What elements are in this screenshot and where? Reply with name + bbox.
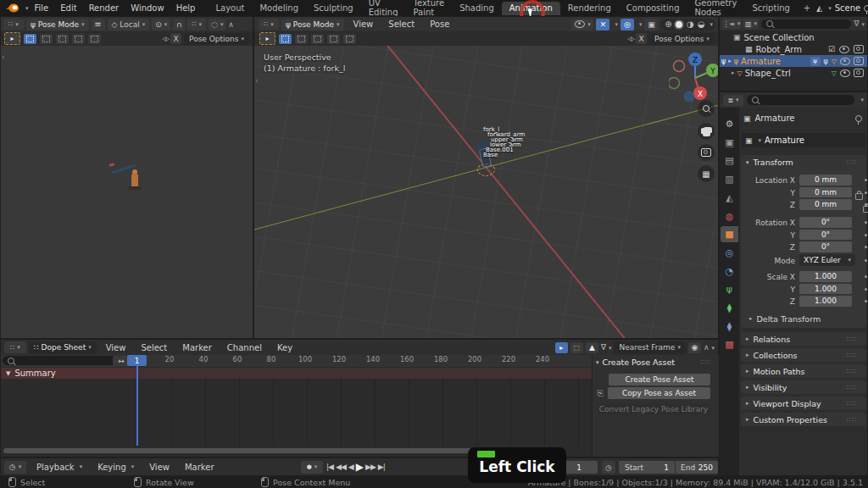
viewport-menu-view[interactable]: View — [347, 19, 381, 29]
transform-value-field[interactable]: 0 mm — [799, 187, 852, 198]
workspace-tab-layout[interactable]: Layout — [208, 2, 252, 15]
summary-channel-row[interactable]: ▼ Summary — [1, 368, 137, 379]
armature-object[interactable]: fork_lforward_armupper_armlower_armBase.… — [466, 123, 542, 186]
dopesheet-menu-channel[interactable]: Channel — [220, 343, 269, 352]
animate-dot-icon[interactable] — [865, 179, 867, 181]
breadcrumb-label[interactable]: Armature — [755, 114, 795, 123]
frame-start-field[interactable]: Start1 — [619, 461, 675, 474]
object-visibility-icon[interactable]: ▾ — [571, 19, 593, 30]
dopesheet-menu-select[interactable]: Select — [134, 343, 174, 352]
transport-prev-keyframe-button[interactable]: ◀◀ — [336, 463, 346, 471]
pose-options-dropdown[interactable]: Pose Options▾ — [184, 33, 249, 45]
dopesheet-menu-key[interactable]: Key — [270, 343, 299, 352]
panel-visibility[interactable]: ▸Visibility∷∷ — [741, 380, 866, 394]
properties-tab-bone-constraint[interactable]: ⧫ — [721, 319, 738, 335]
pin-icon[interactable] — [864, 5, 868, 12]
transform-value-field[interactable]: 1.000 — [799, 284, 852, 295]
hamburger-icon[interactable]: ≡ — [92, 19, 105, 30]
proportional-edit-icon[interactable]: ◉ — [688, 342, 701, 353]
falloff-curve-icon[interactable]: ∧▾ — [704, 343, 715, 352]
proportional-edit-icon[interactable]: ◌▾ — [209, 19, 225, 30]
panel-grip-icon[interactable]: ∷∷ — [847, 158, 857, 166]
panel-grip-icon[interactable]: ∷∷ — [847, 336, 857, 343]
editor-type-icon[interactable]: ∷▾ — [3, 19, 24, 30]
properties-tab-bone[interactable]: ⧫ — [721, 300, 738, 316]
filter-funnel-icon[interactable]: ∇▾ — [601, 343, 612, 352]
expand-arrow-icon[interactable]: ▸ — [732, 69, 735, 76]
animate-dot-icon[interactable] — [865, 288, 867, 291]
properties-tab-view-layer[interactable]: ▥ — [721, 171, 738, 187]
show-hidden-icon[interactable]: ⬚ — [570, 342, 583, 353]
mirror-icon[interactable]: ◁▷ — [627, 36, 633, 42]
snap-options-icon[interactable]: ∷▾ — [187, 19, 206, 30]
select-mode-tweak[interactable] — [279, 34, 292, 44]
add-workspace-tab[interactable]: + — [798, 3, 816, 13]
select-mode-circle[interactable] — [56, 34, 69, 44]
left-region-collapse-chevron[interactable]: ‹ — [2, 53, 5, 61]
horizontal-scrollbar[interactable] — [3, 448, 471, 453]
outliner-item-label[interactable]: Scene Collection — [744, 33, 815, 42]
editor-type-icon[interactable]: ≣▾ — [723, 95, 743, 106]
properties-tab-world[interactable]: ◍ — [721, 208, 738, 225]
workspace-tab-rendering[interactable]: Rendering — [560, 2, 619, 15]
menubar-item-window[interactable]: Window — [125, 3, 170, 13]
panel-custom-properties[interactable]: ▸Custom Properties∷∷ — [741, 413, 866, 426]
animate-dot-icon[interactable] — [865, 234, 867, 236]
pose-asset-panel-header[interactable]: ▾ Create Pose Asset ∷∷ — [593, 355, 719, 369]
panel-relations[interactable]: ▸Relations∷∷ — [741, 332, 866, 346]
transform-orientation[interactable]: ◇ Local▾ — [108, 19, 150, 30]
main-region-collapse-chevron[interactable]: ‹ — [255, 76, 259, 85]
panel-motion-paths[interactable]: ▸Motion Paths∷∷ — [741, 364, 866, 378]
channel-label[interactable]: Summary — [14, 369, 55, 378]
current-frame-badge[interactable]: 1 — [127, 355, 147, 366]
transform-value-field[interactable]: 0 mm — [799, 175, 852, 186]
transform-value-field[interactable]: 0° — [799, 241, 852, 252]
outliner-search-input[interactable] — [761, 19, 851, 29]
viewport-zoom-icon[interactable] — [698, 100, 715, 117]
rotation-mode-dropdown[interactable]: XYZ Euler▾ — [799, 254, 855, 266]
animate-dot-icon[interactable] — [865, 300, 867, 302]
pin-id-icon[interactable] — [855, 115, 862, 122]
pose-options-dropdown[interactable]: Pose Options▾ — [649, 33, 715, 45]
editor-type-icon[interactable]: ∷▾ — [4, 341, 26, 353]
create-pose-asset-button[interactable]: Create Pose Asset — [609, 374, 710, 385]
panel-grip-icon[interactable]: ∷∷ — [847, 368, 857, 375]
panel-grip-icon[interactable]: ∷∷ — [847, 416, 857, 424]
shading-material-icon[interactable]: ◑ — [685, 19, 695, 30]
panel-grip-icon[interactable]: ∷∷ — [847, 352, 857, 359]
snap-mode-dropdown[interactable]: Nearest Frame▾ — [614, 341, 685, 354]
panel-viewport-display[interactable]: ▸Viewport Display∷∷ — [741, 396, 866, 410]
expand-arrow-icon[interactable]: ▸ — [728, 58, 732, 64]
properties-tab-render[interactable]: ▣ — [721, 135, 738, 151]
transport-jump-to-start-button[interactable]: |◀ — [326, 463, 333, 471]
properties-tab-constraints[interactable]: ◎ — [721, 245, 738, 261]
expand-arrow-icon[interactable]: ▼ — [6, 370, 10, 377]
mode-selector[interactable]: ψ Pose Mode▾ — [281, 19, 344, 30]
mirror-x-button[interactable]: X — [636, 33, 647, 44]
properties-tab-texture[interactable]: ▩ — [721, 336, 738, 352]
shading-wireframe-icon[interactable]: ⊕ — [663, 19, 673, 30]
transform-value-field[interactable]: 0 mm — [799, 199, 852, 210]
editor-type-icon[interactable]: ◷▾ — [4, 461, 26, 474]
pivot-point-icon[interactable]: ⊙▾ — [152, 19, 170, 30]
properties-tab-object-data[interactable]: ψ — [721, 281, 738, 297]
menubar-item-render[interactable]: Render — [83, 3, 125, 13]
menubar-item-file[interactable]: File — [29, 3, 55, 13]
blender-logo-icon[interactable] — [5, 3, 19, 14]
workspace-tab-sculpting[interactable]: Sculpting — [306, 2, 361, 15]
editor-type-icon[interactable]: ∷▾ — [259, 19, 279, 30]
object-id-name[interactable]: Armature — [765, 136, 804, 145]
select-mode-lasso[interactable] — [327, 34, 340, 44]
workspace-tab-compositing[interactable]: Compositing — [619, 2, 687, 15]
disable-render-icon[interactable] — [854, 69, 864, 77]
timeline-menu-keying[interactable]: Keying▾ — [91, 463, 141, 472]
transform-value-field[interactable]: 0° — [799, 230, 852, 241]
timeline-menu-playback[interactable]: Playback▾ — [30, 463, 89, 472]
outliner-display-mode-icon[interactable]: ⋮≡▾ — [722, 19, 741, 29]
animate-dot-icon[interactable] — [865, 203, 867, 206]
channel-search-input[interactable] — [3, 356, 118, 365]
disable-render-icon[interactable] — [854, 57, 864, 65]
overlays-toggle-icon[interactable]: ◎ — [620, 19, 634, 30]
outliner-row-scene-collection[interactable]: ▣ Scene Collection — [720, 31, 867, 43]
mirror-x-button[interactable]: X — [170, 33, 181, 44]
